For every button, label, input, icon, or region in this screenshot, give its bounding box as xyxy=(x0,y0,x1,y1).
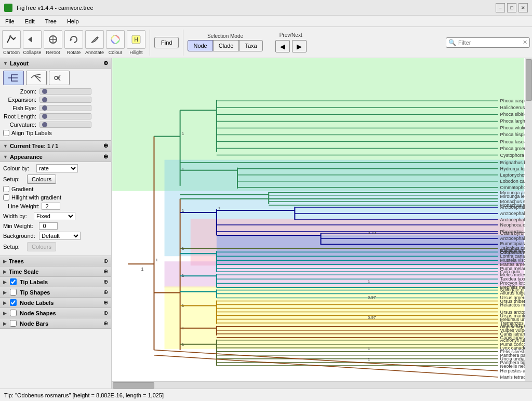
maximize-button[interactable]: □ xyxy=(507,3,516,12)
vertical-scrollbar[interactable] xyxy=(525,58,532,381)
tiplabels-checkbox[interactable] xyxy=(10,278,17,285)
layout-title: Layout xyxy=(10,60,29,66)
layout-triangle: ▼ xyxy=(3,61,8,66)
horizontal-scrollbar-thumb[interactable] xyxy=(113,382,154,389)
lineweight-spinner[interactable] xyxy=(42,203,60,210)
next-button[interactable]: ▶ xyxy=(292,40,307,52)
minweight-spinner[interactable] xyxy=(39,222,58,230)
taxon-arctocephalus-pus: Arctocephalus pusillus xyxy=(500,236,525,241)
align-tip-labels-row: Align Tip Labels xyxy=(3,130,108,136)
rotate-button[interactable] xyxy=(64,30,83,49)
collapse-button[interactable] xyxy=(23,30,42,49)
filter-input[interactable] xyxy=(458,39,521,46)
highlight-ursinae xyxy=(217,235,524,264)
selection-buttons: Node Clade Taxa xyxy=(188,40,262,51)
hilight-tool: H Hilight xyxy=(127,30,145,55)
nodebars-section[interactable]: ▶ Node Bars ⊕ xyxy=(0,318,111,329)
rectangular-layout-button[interactable] xyxy=(3,71,24,85)
nodebars-checkbox[interactable] xyxy=(10,320,17,327)
widthby-label: Width by: xyxy=(3,213,32,219)
minimize-button[interactable]: – xyxy=(496,3,505,12)
expansion-slider[interactable] xyxy=(39,97,91,103)
nodelabels-label: Node Labels xyxy=(20,300,54,306)
slanted-layout-button[interactable] xyxy=(26,71,47,85)
layout-header-left: ▼ Layout xyxy=(3,60,29,66)
tree-area: 1 xyxy=(112,58,532,389)
colour-button[interactable] xyxy=(106,30,125,49)
taxon-phoca-sibirica: Phoca sibirica xyxy=(500,112,525,117)
titlebar-left: FigTree v1.4.4 - carnivore.tree xyxy=(4,4,94,12)
trees-triangle: ▶ xyxy=(3,259,7,264)
current-tree-header[interactable]: ▼ Current Tree: 1 / 1 ⊕ xyxy=(0,141,111,151)
curvature-slider[interactable] xyxy=(39,122,91,128)
filter-box: 🔍 ✕ xyxy=(446,37,530,48)
rootlength-slider[interactable] xyxy=(39,113,91,119)
zoom-slider[interactable] xyxy=(39,88,91,95)
gradient-label: Gradient xyxy=(11,186,33,192)
svg-point-5 xyxy=(55,76,58,79)
radial-layout-button[interactable] xyxy=(49,71,70,85)
node-label-6: 1 xyxy=(182,246,184,251)
tipshapes-section[interactable]: ▶ Tip Shapes ⊕ xyxy=(0,287,111,298)
cartoon-button[interactable] xyxy=(2,30,21,49)
prev-button[interactable]: ◀ xyxy=(275,40,290,52)
timescale-section[interactable]: ▶ Time Scale ⊕ xyxy=(0,266,111,277)
vertical-scrollbar-thumb[interactable] xyxy=(526,59,532,101)
tipshapes-checkbox[interactable] xyxy=(10,289,17,296)
taxon-arctocephalus-for: Arctocephalus forsteri xyxy=(500,211,525,216)
trees-header-left: ▶ Trees xyxy=(3,258,24,264)
clade-selection-button[interactable]: Clade xyxy=(213,40,240,51)
close-button[interactable]: ✕ xyxy=(518,3,528,12)
nodebars-header-left: ▶ Node Bars xyxy=(3,320,48,327)
menu-file[interactable]: File xyxy=(2,17,18,25)
fisheye-slider[interactable] xyxy=(39,105,91,111)
tiplabels-section[interactable]: ▶ Tip Labels ⊕ xyxy=(0,277,111,287)
menu-help[interactable]: Help xyxy=(64,17,82,25)
taxon-erignathus: Erignathus barbatus xyxy=(500,160,525,165)
colour-label: Colour xyxy=(109,50,123,55)
nodelabels-section[interactable]: ▶ Node Labels ⊕ xyxy=(0,298,111,308)
layout-header[interactable]: ▼ Layout ⊕ xyxy=(0,58,111,69)
tiplabels-label: Tip Labels xyxy=(20,279,48,285)
current-tree-title: Current Tree: 1 / 1 xyxy=(10,143,59,149)
main-area: ▼ Layout ⊕ Zoom: xyxy=(0,58,532,389)
appearance-header[interactable]: ▼ Appearance ⊕ xyxy=(0,152,111,162)
align-tip-labels-checkbox[interactable] xyxy=(3,130,9,136)
collapse-label: Collapse xyxy=(23,50,41,55)
horizontal-scrollbar[interactable] xyxy=(112,381,532,389)
nodebars-icon: ⊕ xyxy=(103,320,108,327)
widthby-select[interactable]: Fixed xyxy=(34,212,75,220)
nodebars-triangle: ▶ xyxy=(3,321,7,326)
nodeshapes-section[interactable]: ▶ Node Shapes ⊕ xyxy=(0,308,111,318)
node-selection-button[interactable]: Node xyxy=(188,40,212,51)
taxon-hydrurga: Hydrurga leptonyx xyxy=(500,166,525,171)
menu-tree[interactable]: Tree xyxy=(42,17,60,25)
tree-svg: 1 xyxy=(112,58,525,381)
window-controls[interactable]: – □ ✕ xyxy=(496,3,528,12)
gradient-checkbox[interactable] xyxy=(3,186,9,192)
taxa-selection-button[interactable]: Taxa xyxy=(239,40,262,51)
nodeshapes-checkbox[interactable] xyxy=(10,310,17,316)
menu-edit[interactable]: Edit xyxy=(22,17,38,25)
taxon-otaria: Otaria byronia xyxy=(500,231,525,236)
colours-button[interactable]: Colours xyxy=(27,175,56,184)
annotate-button[interactable] xyxy=(85,30,104,49)
colour-by-select[interactable]: rate xyxy=(36,164,78,172)
appearance-icon: ⊕ xyxy=(103,153,108,160)
hilight-gradient-checkbox[interactable] xyxy=(3,194,9,200)
reroot-button[interactable] xyxy=(44,30,62,49)
colour-tool: Colour xyxy=(106,30,125,55)
hilight-button[interactable]: H xyxy=(127,30,145,49)
trees-section[interactable]: ▶ Trees ⊕ xyxy=(0,256,111,266)
find-button[interactable]: Find xyxy=(154,37,179,48)
curvature-row: Curvature: xyxy=(3,122,108,128)
background-select[interactable]: Default xyxy=(39,232,81,240)
nodelabels-checkbox[interactable] xyxy=(10,299,17,306)
clear-filter-icon[interactable]: ✕ xyxy=(523,39,527,46)
tiplabels-icon: ⊕ xyxy=(103,278,108,285)
node-label-14: 1 xyxy=(368,357,370,362)
taxon-phoca-fasciata: Phoca fasciata xyxy=(500,139,525,144)
colour-by-row: Colour by: rate xyxy=(3,164,108,172)
node-label-16: 1 xyxy=(368,279,370,284)
timescale-icon: ⊕ xyxy=(103,268,108,275)
